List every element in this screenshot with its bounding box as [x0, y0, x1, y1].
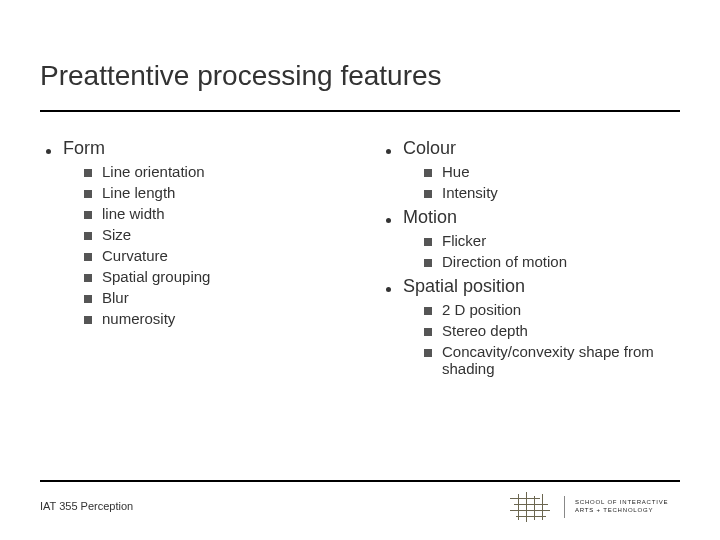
bullet-icon	[386, 218, 391, 223]
square-icon	[424, 307, 432, 315]
right-column: Colour Hue Intensity Motion Flicker Dire…	[380, 132, 680, 381]
item-label: Curvature	[102, 247, 168, 264]
siat-logo: SCHOOL OF INTERACTIVE ARTS + TECHNOLOGY	[510, 490, 680, 524]
left-column: Form Line orientation Line length line w…	[40, 132, 340, 381]
bullet-icon	[386, 149, 391, 154]
slide-title: Preattentive processing features	[40, 0, 680, 110]
item-label: Spatial grouping	[102, 268, 210, 285]
footer-text: IAT 355 Perception	[40, 500, 133, 512]
item-label: numerosity	[102, 310, 175, 327]
square-icon	[424, 328, 432, 336]
square-icon	[424, 238, 432, 246]
list-item: Size	[84, 226, 340, 243]
square-icon	[424, 349, 432, 357]
list-item: 2 D position	[424, 301, 680, 318]
group-label: Spatial position	[403, 276, 525, 297]
list-item: Direction of motion	[424, 253, 680, 270]
item-label: Concavity/convexity shape from shading	[442, 343, 680, 377]
bullet-icon	[46, 149, 51, 154]
list-item: Flicker	[424, 232, 680, 249]
square-icon	[84, 316, 92, 324]
square-icon	[424, 259, 432, 267]
item-label: line width	[102, 205, 165, 222]
item-label: Direction of motion	[442, 253, 567, 270]
list-item: Spatial grouping	[84, 268, 340, 285]
group-spatial: Spatial position	[380, 276, 680, 297]
motion-items: Flicker Direction of motion	[380, 232, 680, 270]
logo-line1: SCHOOL OF INTERACTIVE	[575, 499, 668, 507]
item-label: Stereo depth	[442, 322, 528, 339]
spatial-items: 2 D position Stereo depth Concavity/conv…	[380, 301, 680, 377]
item-label: Hue	[442, 163, 470, 180]
list-item: Hue	[424, 163, 680, 180]
square-icon	[84, 274, 92, 282]
group-motion: Motion	[380, 207, 680, 228]
slide: Preattentive processing features Form Li…	[0, 0, 720, 540]
list-item: Intensity	[424, 184, 680, 201]
item-label: Size	[102, 226, 131, 243]
list-item: Blur	[84, 289, 340, 306]
list-item: Concavity/convexity shape from shading	[424, 343, 680, 377]
item-label: Blur	[102, 289, 129, 306]
group-label: Form	[63, 138, 105, 159]
square-icon	[84, 295, 92, 303]
list-item: Line orientation	[84, 163, 340, 180]
group-label: Colour	[403, 138, 456, 159]
item-label: Line orientation	[102, 163, 205, 180]
square-icon	[424, 169, 432, 177]
logo-text: SCHOOL OF INTERACTIVE ARTS + TECHNOLOGY	[575, 499, 668, 515]
logo-separator	[564, 496, 565, 518]
colour-items: Hue Intensity	[380, 163, 680, 201]
group-label: Motion	[403, 207, 457, 228]
list-item: Stereo depth	[424, 322, 680, 339]
square-icon	[84, 169, 92, 177]
square-icon	[84, 253, 92, 261]
content-columns: Form Line orientation Line length line w…	[40, 112, 680, 381]
group-form: Form	[40, 138, 340, 159]
list-item: Line length	[84, 184, 340, 201]
item-label: Intensity	[442, 184, 498, 201]
square-icon	[424, 190, 432, 198]
item-label: Line length	[102, 184, 175, 201]
square-icon	[84, 211, 92, 219]
list-item: numerosity	[84, 310, 340, 327]
list-item: Curvature	[84, 247, 340, 264]
square-icon	[84, 190, 92, 198]
footer-rule	[40, 480, 680, 482]
logo-line2: ARTS + TECHNOLOGY	[575, 507, 668, 515]
item-label: 2 D position	[442, 301, 521, 318]
logo-mark-icon	[510, 492, 554, 522]
square-icon	[84, 232, 92, 240]
form-items: Line orientation Line length line width …	[40, 163, 340, 327]
group-colour: Colour	[380, 138, 680, 159]
item-label: Flicker	[442, 232, 486, 249]
list-item: line width	[84, 205, 340, 222]
bullet-icon	[386, 287, 391, 292]
